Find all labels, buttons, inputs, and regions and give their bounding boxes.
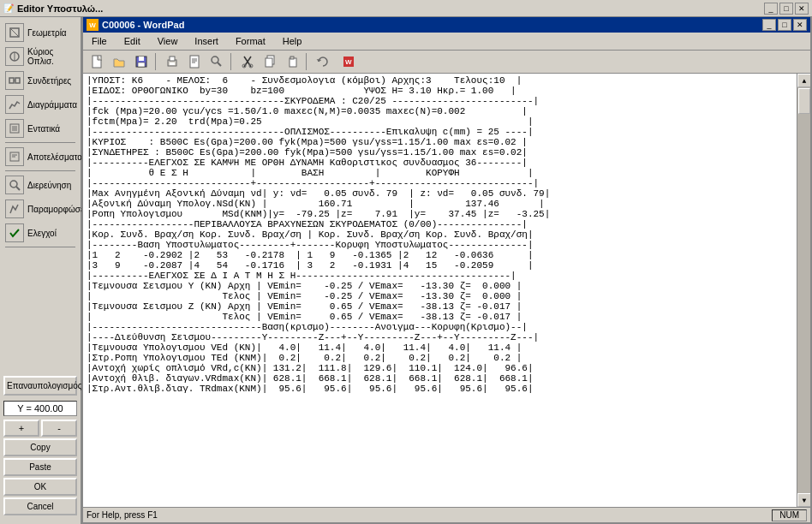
toolbar-cut-button[interactable] xyxy=(237,52,258,71)
svg-line-28 xyxy=(218,63,221,66)
plus-minus-row: + - xyxy=(3,420,77,437)
main-window: 📝 Editor Υποστυλώ... _ □ ✕ Γεωμετρία Κύρ… xyxy=(0,0,812,524)
editor-title: Editor Υποστυλώ... xyxy=(17,3,103,14)
scroll-track[interactable] xyxy=(797,87,810,493)
paramorfoseis-icon xyxy=(5,199,24,218)
menu-edit[interactable]: Edit xyxy=(119,34,146,48)
sidebar-item-kyrios[interactable]: Κύριος Οπλισ. xyxy=(2,45,79,68)
svg-rect-4 xyxy=(9,78,14,83)
svg-rect-5 xyxy=(15,78,20,83)
scroll-thumb[interactable] xyxy=(798,88,810,114)
apotelesmata-icon xyxy=(5,147,24,166)
menu-insert[interactable]: Insert xyxy=(189,34,224,48)
sidebar-label-geometry: Γεωμετρία xyxy=(27,28,67,38)
maximize-button[interactable]: □ xyxy=(779,3,793,15)
wordpad-maximize-button[interactable]: □ xyxy=(778,19,791,31)
sidebar-label-syndetires: Συνδετήρες xyxy=(27,76,71,86)
svg-rect-22 xyxy=(170,63,175,65)
svg-rect-23 xyxy=(190,56,199,68)
sidebar-divider-1 xyxy=(5,142,75,143)
svg-line-15 xyxy=(16,187,20,190)
sidebar-label-dierevnisi: Διερεύνηση xyxy=(27,181,71,190)
toolbar-sep-1 xyxy=(155,53,158,70)
svg-point-14 xyxy=(10,181,17,188)
sidebar-item-elegxoi[interactable]: Ελεγχοί xyxy=(2,221,79,245)
sidebar-item-apotelesmata[interactable]: Αποτελέσματα xyxy=(2,145,79,169)
wordpad-window: W C00006 - WordPad _ □ ✕ File Edit View … xyxy=(81,17,812,524)
sidebar-item-entatika[interactable]: Εντατικά xyxy=(2,116,79,140)
paste-button[interactable]: Paste xyxy=(3,458,77,476)
wordpad-titlebar: W C00006 - WordPad _ □ ✕ xyxy=(83,17,810,33)
plus-button[interactable]: + xyxy=(3,420,39,437)
entatika-icon xyxy=(5,119,24,138)
ok-button[interactable]: OK xyxy=(3,478,77,496)
sidebar-item-dierevnisi[interactable]: Διερεύνηση xyxy=(2,173,79,197)
kyrios-icon xyxy=(5,47,24,66)
editor-titlebar: 📝 Editor Υποστυλώ... _ □ ✕ xyxy=(0,0,812,17)
geometry-icon xyxy=(5,23,24,42)
sidebar-label-apotelesmata: Αποτελέσματα xyxy=(27,152,82,162)
sidebar-item-geometry[interactable]: Γεωμετρία xyxy=(2,21,79,45)
sidebar: Γεωμετρία Κύριος Οπλισ. Συνδετήρες Διαγρ… xyxy=(0,17,81,524)
elegxoi-icon xyxy=(5,223,24,242)
toolbar-find-button[interactable] xyxy=(206,52,227,71)
minimize-button[interactable]: _ xyxy=(764,3,778,15)
toolbar-preview-button[interactable] xyxy=(184,52,205,71)
svg-point-27 xyxy=(212,57,218,63)
toolbar-wordpad-icon-button[interactable]: W xyxy=(338,52,359,71)
recalc-button[interactable]: Επαναυπολογισμός xyxy=(3,376,77,396)
wordpad-minimize-button[interactable]: _ xyxy=(762,19,776,31)
svg-rect-16 xyxy=(93,56,101,68)
sidebar-item-syndetires[interactable]: Συνδετήρες xyxy=(2,68,79,92)
sidebar-label-kyrios: Κύριος Οπλισ. xyxy=(27,47,75,66)
sidebar-label-entatika: Εντατικά xyxy=(27,124,60,134)
menu-help[interactable]: Help xyxy=(278,34,307,48)
menu-file[interactable]: File xyxy=(87,34,112,48)
dierevnisi-icon xyxy=(5,176,24,194)
sidebar-divider-2 xyxy=(5,170,75,171)
toolbar-copy-button[interactable] xyxy=(260,52,280,71)
toolbar-sep-2 xyxy=(230,53,234,70)
text-content[interactable]: |ΥΠΟΣΤ: K6 - ΜΕΛΟΣ: 6 - Συνδεσμολογια (κ… xyxy=(83,74,797,507)
scrollbar-vertical[interactable]: ▲ ▼ xyxy=(797,74,810,507)
toolbar: W xyxy=(83,51,810,74)
toolbar-paste-button[interactable] xyxy=(282,52,302,71)
sidebar-item-diagrams[interactable]: Διαγράμματα xyxy=(2,92,79,116)
toolbar-save-button[interactable] xyxy=(131,52,152,71)
scroll-down-button[interactable]: ▼ xyxy=(797,493,810,507)
menu-format[interactable]: Format xyxy=(230,34,271,48)
wordpad-title: C00006 - WordPad xyxy=(102,20,184,30)
svg-rect-21 xyxy=(170,57,175,61)
sidebar-bottom: Επαναυπολογισμός Y = 400.00 + - Copy Pas… xyxy=(2,372,79,521)
minus-button[interactable]: - xyxy=(41,420,77,437)
syndetires-icon xyxy=(5,71,24,90)
close-button[interactable]: ✕ xyxy=(795,3,809,15)
svg-rect-36 xyxy=(290,57,294,59)
cancel-button[interactable]: Cancel xyxy=(3,497,77,515)
svg-rect-34 xyxy=(266,58,272,67)
scroll-up-button[interactable]: ▲ xyxy=(797,74,810,87)
menu-view[interactable]: View xyxy=(152,34,183,48)
toolbar-new-button[interactable] xyxy=(87,52,107,71)
status-num-indicator: NUM xyxy=(772,509,807,521)
toolbar-undo-button[interactable] xyxy=(313,52,333,71)
statusbar: For Help, press F1 NUM xyxy=(83,507,810,522)
toolbar-sep-3 xyxy=(306,53,309,70)
content-area: |ΥΠΟΣΤ: K6 - ΜΕΛΟΣ: 6 - Συνδεσμολογια (κ… xyxy=(83,74,810,507)
svg-rect-19 xyxy=(138,63,145,67)
editor-icon: 📝 xyxy=(3,3,14,13)
sidebar-label-diagrams: Διαγράμματα xyxy=(27,100,77,110)
sidebar-divider-3 xyxy=(5,247,75,247)
svg-line-1 xyxy=(10,28,19,37)
toolbar-print-button[interactable] xyxy=(162,52,182,71)
diagrams-icon xyxy=(5,95,24,114)
wordpad-close-button[interactable]: ✕ xyxy=(793,19,807,31)
copy-button[interactable]: Copy xyxy=(3,438,77,456)
sidebar-label-elegxoi: Ελεγχοί xyxy=(27,229,57,238)
toolbar-open-button[interactable] xyxy=(109,52,129,71)
sidebar-item-paramorfoseis[interactable]: Παραμορφώσεις xyxy=(2,197,79,221)
svg-rect-18 xyxy=(139,57,144,61)
status-help-text: For Help, press F1 xyxy=(87,510,772,520)
menubar: File Edit View Insert Format Help xyxy=(83,33,810,51)
wordpad-icon: W xyxy=(87,19,99,31)
